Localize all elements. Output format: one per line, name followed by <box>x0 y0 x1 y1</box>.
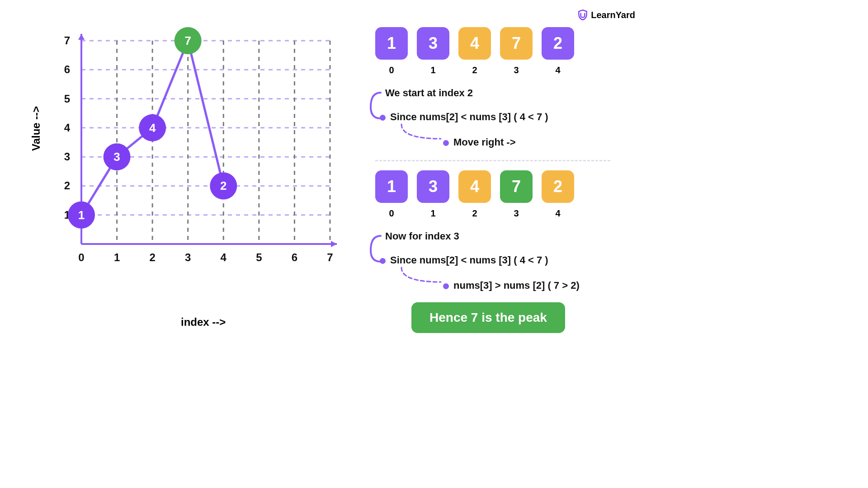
svg-text:7: 7 <box>327 251 333 263</box>
array-cell: 2 <box>542 170 574 203</box>
x-axis-label: index --> <box>181 316 226 328</box>
array-cell: 4 <box>458 27 491 60</box>
array-step-1: 13472 <box>375 27 624 60</box>
array-cell: 7 <box>500 170 533 203</box>
step2-line3: nums[3] > nums [2] ( 7 > 2) <box>443 277 624 294</box>
index-label: 2 <box>458 208 491 219</box>
step1-line1: We start at index 2 <box>385 84 624 102</box>
svg-text:1: 1 <box>114 251 120 263</box>
array-cell: 2 <box>542 27 574 60</box>
svg-text:1: 1 <box>78 208 85 222</box>
y-axis-label: Value --> <box>30 106 42 151</box>
array-step-2: 13472 <box>375 170 624 203</box>
svg-text:3: 3 <box>185 251 191 263</box>
svg-marker-33 <box>78 34 85 40</box>
svg-text:2: 2 <box>64 179 70 192</box>
dashed-arrow-icon <box>398 264 448 286</box>
svg-text:7: 7 <box>184 34 191 47</box>
index-label: 4 <box>542 65 574 75</box>
index-label: 3 <box>500 208 533 219</box>
index-label: 2 <box>458 65 491 75</box>
svg-text:5: 5 <box>256 251 262 263</box>
svg-text:2: 2 <box>149 251 155 263</box>
svg-text:0: 0 <box>78 251 84 263</box>
svg-text:6: 6 <box>64 63 70 75</box>
array-cell: 7 <box>500 27 533 60</box>
chart-panel: 12345670123456713472 Value --> index --> <box>18 27 344 333</box>
index-label: 1 <box>417 208 449 219</box>
brand-shield-icon <box>577 9 589 21</box>
svg-text:7: 7 <box>64 34 70 47</box>
conclusion-badge: Hence 7 is the peak <box>411 302 565 333</box>
brand-logo: LearnYard <box>577 9 635 21</box>
step1-line3: Move right -> <box>443 134 624 151</box>
svg-marker-31 <box>331 241 337 247</box>
array-indices-1: 01234 <box>375 65 624 75</box>
svg-text:5: 5 <box>64 93 70 105</box>
svg-text:4: 4 <box>149 121 156 135</box>
index-label: 0 <box>375 208 408 219</box>
svg-text:4: 4 <box>221 251 227 263</box>
index-label: 1 <box>417 65 449 75</box>
array-indices-2: 01234 <box>375 208 624 219</box>
step2-explain: Now for index 3 Since nums[2] < nums [3]… <box>366 228 624 294</box>
step1-explain: We start at index 2 Since nums[2] < nums… <box>366 84 624 151</box>
svg-text:6: 6 <box>292 251 297 263</box>
step-divider <box>375 160 610 161</box>
dashed-arrow-icon <box>398 121 448 143</box>
array-cell: 1 <box>375 27 408 60</box>
svg-text:3: 3 <box>113 150 120 164</box>
index-label: 3 <box>500 65 533 75</box>
svg-text:4: 4 <box>64 122 71 134</box>
array-cell: 3 <box>417 27 449 60</box>
svg-text:2: 2 <box>220 179 226 192</box>
step2-line1: Now for index 3 <box>385 228 624 245</box>
array-cell: 4 <box>458 170 491 203</box>
svg-text:3: 3 <box>64 150 70 163</box>
array-cell: 1 <box>375 170 408 203</box>
array-cell: 3 <box>417 170 449 203</box>
index-label: 4 <box>542 208 574 219</box>
explanation-panel: 13472 01234 We start at index 2 Since nu… <box>362 27 633 333</box>
index-label: 0 <box>375 65 408 75</box>
brand-name: LearnYard <box>591 10 635 20</box>
value-index-chart: 12345670123456713472 <box>18 27 344 289</box>
